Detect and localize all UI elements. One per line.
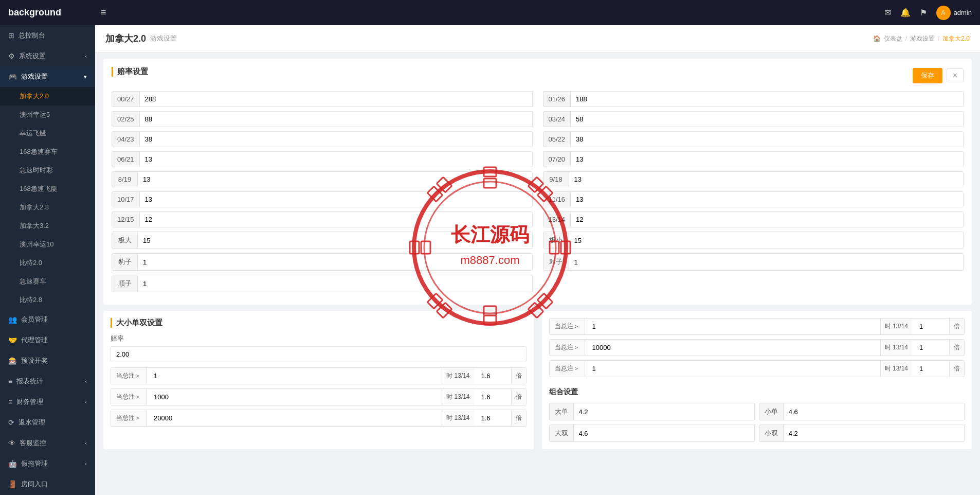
report-arrow: ‹	[85, 378, 87, 384]
sidebar-label-rebate: 返水管理	[19, 418, 45, 427]
sidebar-item-fake[interactable]: 🤖 假拖管理 ‹	[0, 453, 95, 474]
room-icon: 🚪	[8, 480, 17, 488]
sidebar-sub-168race[interactable]: 168急速赛车	[0, 143, 95, 161]
sidebar-item-finance[interactable]: ≡ 财务管理 ‹	[0, 392, 95, 412]
sidebar-sub-canada20[interactable]: 加拿大2.0	[0, 87, 95, 105]
sidebar-item-lottery[interactable]: 🎰 预设开奖	[0, 350, 95, 371]
bs-rate-input[interactable]	[111, 346, 527, 362]
cond-mult-input[interactable]	[915, 361, 946, 376]
cond-val-input[interactable]	[588, 340, 877, 355]
bs-title: 大小单双设置	[111, 318, 527, 328]
cond-val-input[interactable]	[150, 411, 439, 426]
odds-row-right: 07/20	[543, 151, 964, 167]
sidebar-sub-canada32[interactable]: 加拿大3.2	[0, 217, 95, 235]
odds-right-col: 01/26 03/24 05/22 07/20 9/18 11/16 13/14…	[543, 91, 964, 296]
sidebar-item-monitor[interactable]: 👁 客服监控 ‹	[0, 433, 95, 453]
odds-input[interactable]	[571, 212, 963, 227]
sidebar-item-dashboard[interactable]: ⊞ 总控制台	[0, 25, 95, 46]
cond-mult-input[interactable]	[915, 340, 946, 355]
sidebar-item-member[interactable]: 👥 会员管理	[0, 309, 95, 330]
monitor-arrow: ‹	[85, 440, 87, 446]
combo-row: 大双	[549, 425, 755, 442]
sidebar-item-room[interactable]: 🚪 房间入口	[0, 474, 95, 494]
breadcrumb-dashboard[interactable]: 仪表盘	[884, 34, 902, 43]
cond-mult-input[interactable]	[915, 319, 946, 334]
odds-input[interactable]	[571, 92, 963, 107]
odds-input[interactable]	[140, 212, 532, 227]
combo-input[interactable]	[784, 426, 964, 441]
sidebar-label-game: 游戏设置	[21, 72, 48, 81]
odds-section-title: 赔率设置	[112, 67, 148, 77]
odds-row-right: 9/18	[543, 171, 964, 187]
sidebar-item-report[interactable]: ≡ 报表统计 ‹	[0, 371, 95, 392]
odds-row-right: 01/26	[543, 91, 964, 107]
odds-row-right: 13/14	[543, 211, 964, 227]
odds-input[interactable]	[571, 152, 963, 167]
odds-input[interactable]	[140, 112, 532, 127]
cond-val-input[interactable]	[150, 390, 439, 404]
breadcrumb-home-icon: 🏠	[873, 35, 881, 42]
odds-input[interactable]	[138, 172, 532, 187]
sidebar-sub-aus10[interactable]: 澳州幸运10	[0, 235, 95, 254]
odds-input[interactable]	[138, 233, 532, 248]
sidebar-item-rebate[interactable]: ⟳ 返水管理	[0, 412, 95, 433]
combo-input[interactable]	[574, 404, 754, 419]
mail-icon[interactable]: ✉	[884, 8, 891, 17]
sidebar-sub-aus5[interactable]: 澳州幸运5	[0, 105, 95, 124]
odds-row-left: 02/25	[112, 111, 533, 127]
save-button[interactable]: 保存	[913, 68, 942, 83]
system-icon: ⚙	[8, 52, 15, 60]
sidebar-label-report: 报表统计	[16, 377, 43, 386]
sidebar-item-system[interactable]: ⚙ 系统设置 ‹	[0, 46, 95, 66]
monitor-icon: 👁	[8, 439, 15, 447]
odds-input[interactable]	[138, 276, 532, 291]
cond-val-input[interactable]	[588, 319, 877, 334]
flag-icon[interactable]: ⚑	[920, 8, 927, 17]
sidebar-sub-168boat[interactable]: 168急速飞艇	[0, 180, 95, 198]
odds-input[interactable]	[140, 132, 532, 147]
sidebar-sub-canada28[interactable]: 加拿大2.8	[0, 198, 95, 217]
odds-input[interactable]	[138, 255, 532, 270]
odds-input[interactable]	[140, 92, 532, 107]
sidebar-sub-lucky-boat[interactable]: 幸运飞艇	[0, 124, 95, 143]
odds-row-left: 10/17	[112, 191, 533, 207]
odds-input[interactable]	[569, 255, 964, 270]
system-arrow: ‹	[85, 53, 87, 59]
bs-condition-row: 当总注＞ 时 13/14 倍	[111, 367, 527, 384]
bs-condition-row: 当总注＞ 时 13/14 倍	[111, 388, 527, 405]
combo-input[interactable]	[574, 426, 754, 441]
cond-mult-input[interactable]	[477, 368, 508, 383]
cond-mult-input[interactable]	[477, 411, 508, 426]
odds-input[interactable]	[571, 112, 963, 127]
breadcrumb-game[interactable]: 游戏设置	[910, 34, 935, 43]
odds-section: 赔率设置 保存 ✕ 00/27 02/25 04/23 06/21 8/19 1…	[103, 59, 972, 305]
cond-val-input[interactable]	[588, 361, 877, 376]
sidebar-sub-bit28[interactable]: 比特2.8	[0, 291, 95, 309]
cond-mult-input[interactable]	[477, 390, 508, 404]
odds-input[interactable]	[571, 132, 963, 147]
sidebar-item-game[interactable]: 🎮 游戏设置 ▾	[0, 66, 95, 87]
close-button[interactable]: ✕	[947, 68, 964, 82]
combo-row: 小单	[759, 403, 965, 420]
odds-row-right: 极小	[543, 232, 964, 249]
sidebar-sub-fast-race[interactable]: 急速赛车	[0, 272, 95, 291]
sidebar-sub-bit20[interactable]: 比特2.0	[0, 254, 95, 272]
hamburger-button[interactable]: ≡	[101, 7, 106, 18]
odds-input[interactable]	[571, 192, 963, 207]
report-icon: ≡	[8, 377, 12, 385]
cond-val-input[interactable]	[150, 368, 439, 383]
dashboard-icon: ⊞	[8, 31, 14, 40]
sidebar-item-agent[interactable]: 🤝 代理管理	[0, 330, 95, 350]
sidebar-label-member: 会员管理	[21, 315, 48, 324]
user-menu[interactable]: A admin	[936, 6, 972, 20]
combo-input[interactable]	[784, 404, 964, 419]
odds-input[interactable]	[140, 192, 532, 207]
brand: background	[8, 7, 101, 18]
bell-icon[interactable]: 🔔	[900, 8, 911, 17]
odds-input[interactable]	[140, 152, 532, 167]
page-title: 加拿大2.0	[105, 32, 146, 45]
odds-input[interactable]	[569, 172, 964, 187]
odds-input[interactable]	[569, 233, 964, 248]
sidebar-sub-fast-color[interactable]: 急速时时彩	[0, 161, 95, 180]
topbar: background ≡ ✉ 🔔 ⚑ A admin	[0, 0, 980, 25]
